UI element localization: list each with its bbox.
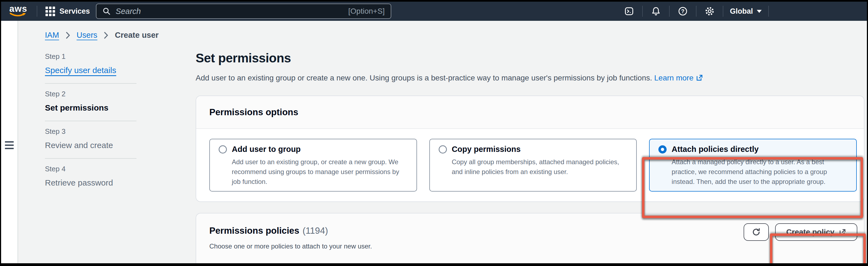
breadcrumb-users[interactable]: Users — [77, 31, 97, 40]
permissions-policies-heading: Permissions policies(1194) Choose one or… — [209, 226, 372, 250]
aws-logo-text: aws — [9, 4, 27, 13]
step-3: Step 3 Review and create — [45, 121, 136, 158]
search-shortcut-hint: [Option+S] — [348, 7, 385, 15]
option-description: Attach a managed policy directly to a us… — [672, 157, 848, 187]
permissions-option-cards: Add user to group Add user to an existin… — [196, 129, 864, 201]
region-label: Global — [730, 7, 753, 15]
permissions-policies-title: Permissions policies(1194) — [209, 226, 372, 236]
notifications-bell-icon — [651, 6, 661, 16]
services-grid-icon — [45, 7, 55, 16]
help-icon: ? — [678, 6, 688, 16]
option-description: Copy all group memberships, attached man… — [452, 157, 629, 177]
refresh-icon — [751, 227, 761, 237]
cloudshell-button[interactable] — [620, 4, 639, 19]
policies-actions: Create policy — [744, 223, 857, 241]
learn-more-link[interactable]: Learn more — [654, 74, 703, 82]
nav-divider — [723, 6, 723, 17]
main-content: Set permissions Add user to an existing … — [196, 51, 867, 266]
page-description: Add user to an existing group or create … — [196, 74, 864, 82]
external-link-icon — [839, 229, 846, 236]
external-link-icon — [696, 74, 703, 81]
permissions-policies-subtitle: Choose one or more policies to attach to… — [209, 242, 372, 250]
option-card-copy-permissions[interactable]: Copy permissions Copy all group membersh… — [429, 139, 637, 192]
permissions-options-panel: Permissions options Add user to group Ad… — [196, 96, 864, 202]
search-placeholder: Search — [116, 7, 141, 16]
permissions-options-header: Permissions options — [196, 96, 864, 129]
option-title: Add user to group — [232, 145, 301, 154]
option-description: Add user to an existing group, or create… — [232, 157, 409, 187]
services-label: Services — [59, 7, 90, 15]
nav-divider — [768, 6, 769, 17]
step-4-title: Retrieve password — [45, 178, 136, 188]
page-body: IAM Users Create user Step 1 Specify use… — [1, 21, 867, 263]
step-2-current: Set permissions — [45, 103, 136, 112]
wizard-steps-nav: Step 1 Specify user details Step 2 Set p… — [45, 51, 136, 266]
breadcrumb-current: Create user — [115, 31, 159, 40]
chevron-down-icon — [757, 10, 762, 13]
cloudshell-icon — [624, 6, 634, 16]
permissions-policies-panel: Permissions policies(1194) Choose one or… — [196, 213, 864, 266]
page-title: Set permissions — [196, 51, 864, 65]
screenshot-frame: aws Services Search [Option+S] — [0, 0, 868, 266]
chevron-right-icon — [66, 32, 70, 39]
create-policy-button[interactable]: Create policy — [775, 223, 857, 241]
step-3-title: Review and create — [45, 141, 136, 150]
step-label: Step 3 — [45, 127, 136, 136]
nav-utilities: ? Global — [620, 4, 860, 19]
svg-text:?: ? — [681, 8, 684, 14]
policies-count: (1194) — [303, 226, 328, 236]
nav-divider — [669, 6, 670, 17]
help-button[interactable]: ? — [674, 4, 692, 19]
option-card-attach-policies-directly[interactable]: Attach policies directly Attach a manage… — [649, 139, 857, 192]
menu-icon[interactable] — [5, 29, 14, 263]
step-4: Step 4 Retrieve password — [45, 158, 136, 196]
aws-logo[interactable]: aws — [9, 4, 27, 19]
step-label: Step 2 — [45, 90, 136, 98]
region-selector[interactable]: Global — [727, 7, 765, 15]
step-2: Step 2 Set permissions — [45, 83, 136, 121]
aws-smile-icon — [9, 12, 27, 18]
option-title: Copy permissions — [452, 145, 521, 154]
refresh-button[interactable] — [744, 223, 769, 241]
services-menu-button[interactable]: Services — [45, 7, 90, 16]
step-1-link[interactable]: Specify user details — [45, 66, 116, 75]
side-nav-rail — [1, 21, 18, 263]
chevron-right-icon — [104, 32, 108, 39]
notifications-button[interactable] — [647, 4, 665, 19]
option-title: Attach policies directly — [672, 145, 759, 154]
radio-selected-icon[interactable] — [658, 145, 666, 154]
nav-divider — [37, 6, 37, 17]
breadcrumb: IAM Users Create user — [45, 31, 867, 40]
settings-gear-icon — [705, 6, 715, 16]
top-navigation-bar: aws Services Search [Option+S] — [1, 2, 867, 21]
option-card-add-user-to-group[interactable]: Add user to group Add user to an existin… — [209, 139, 417, 192]
search-input[interactable]: Search [Option+S] — [96, 4, 391, 19]
step-1: Step 1 Specify user details — [45, 51, 136, 83]
radio-unselected-icon[interactable] — [219, 145, 227, 154]
nav-divider — [696, 6, 696, 17]
step-label: Step 4 — [45, 165, 136, 173]
settings-button[interactable] — [700, 4, 719, 19]
radio-unselected-icon[interactable] — [439, 145, 447, 154]
step-label: Step 1 — [45, 52, 136, 61]
content-area: IAM Users Create user Step 1 Specify use… — [18, 21, 867, 263]
nav-divider — [642, 6, 643, 17]
breadcrumb-iam[interactable]: IAM — [45, 31, 59, 40]
search-icon — [102, 7, 111, 15]
